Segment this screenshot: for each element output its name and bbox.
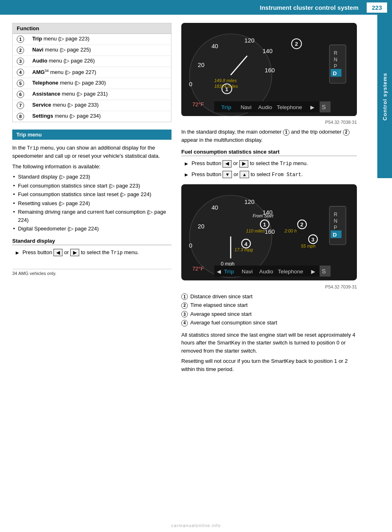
svg-text:Telephone: Telephone: [277, 104, 302, 110]
stats-reset-para: All statistics stored since the last eng…: [181, 331, 357, 355]
svg-rect-15: [330, 45, 346, 83]
numbered-list: 1 Distance driven since start 2 Time ela…: [181, 293, 357, 327]
svg-text:120: 120: [245, 199, 255, 206]
left-column: Function 1 Trip menu (▷ page 223) 2 Navi…: [12, 23, 172, 376]
svg-text:◀: ◀: [217, 268, 221, 275]
left-button-2[interactable]: ◀: [223, 160, 232, 168]
svg-text:55 mph: 55 mph: [301, 244, 316, 248]
svg-text:3: 3: [311, 237, 314, 243]
list-item: Remaining driving range and current fuel…: [12, 208, 172, 224]
following-text: The following information is available:: [12, 163, 172, 171]
watermark: carmanualonline.info: [171, 523, 221, 528]
svg-text:160: 160: [265, 67, 275, 74]
svg-rect-53: [330, 206, 346, 245]
svg-text:Audio: Audio: [258, 104, 272, 110]
table-row: 7 Service menu (▷ page 233): [13, 100, 172, 111]
fuel-since-start-heading: Fuel consumption statistics since start: [181, 149, 357, 156]
svg-text:Navi: Navi: [241, 104, 252, 110]
svg-text:40: 40: [212, 43, 218, 49]
list-item: Digital Speedometer (▷ page 224): [12, 225, 172, 233]
svg-text:149.8 miles: 149.8 miles: [214, 78, 237, 83]
right-button[interactable]: ▶: [70, 249, 79, 256]
num-list-item: 3 Average speed since start: [181, 310, 357, 318]
num-list-item: 2 Time elapsed since start: [181, 301, 357, 309]
svg-text:120: 120: [245, 37, 255, 44]
svg-text:Navi: Navi: [242, 268, 253, 275]
page-number: 223: [367, 2, 387, 13]
svg-text:160: 160: [265, 228, 275, 235]
num-list-item: 4 Average fuel consumption since start: [181, 319, 357, 327]
svg-text:Telephone: Telephone: [278, 268, 303, 275]
right-button-2[interactable]: ▶: [239, 160, 248, 168]
main-content: Function 1 Trip menu (▷ page 223) 2 Navi…: [0, 15, 377, 384]
table-row: 2 Navi menu (▷ page 225): [13, 45, 172, 56]
cluster-image-2: 20 0 40 120 140 160 0 mph From Start 1 1…: [181, 184, 357, 280]
no-reset-para: Resetting will not occur if you turn the…: [181, 357, 357, 373]
down-button[interactable]: ▼: [223, 171, 232, 178]
footnote-text: 34 AMG vehicles only.: [12, 271, 56, 276]
svg-text:2: 2: [295, 41, 298, 47]
svg-text:18324 miles: 18324 miles: [214, 84, 238, 89]
svg-text:72°F: 72°F: [192, 101, 204, 107]
svg-text:4: 4: [245, 241, 248, 247]
right-column: 20 0 40 120 140 160 1 149.8 miles 18324 …: [181, 23, 357, 376]
svg-text:Audio: Audio: [259, 268, 273, 275]
svg-text:S: S: [322, 268, 326, 275]
function-table: Function 1 Trip menu (▷ page 223) 2 Navi…: [12, 23, 172, 122]
fuel-instruction-2: ► Press button ▼ or ▲ to select From Sta…: [181, 170, 357, 179]
list-item: Resetting values (▷ page 224): [12, 199, 172, 208]
bullet-list: Standard display (▷ page 223) Fuel consu…: [12, 173, 172, 233]
table-row: 6 Assistance menu (▷ page 231): [13, 89, 172, 100]
svg-text:R: R: [334, 212, 338, 217]
image-caption-2: P54.32·7039·31: [181, 284, 357, 289]
svg-text:▶: ▶: [311, 268, 315, 275]
standard-display-heading: Standard display: [12, 238, 172, 245]
svg-text:2: 2: [301, 222, 303, 228]
side-tab-label: Control systems: [382, 73, 388, 121]
table-row: 1 Trip menu (▷ page 223): [13, 34, 172, 45]
table-row: 8 Settings menu (▷ page 234): [13, 111, 172, 122]
svg-text:1: 1: [263, 222, 266, 228]
svg-text:R: R: [334, 50, 338, 56]
header-bar: Instrument cluster control system 223: [0, 0, 392, 15]
svg-text:140: 140: [263, 48, 273, 54]
svg-text:0: 0: [189, 81, 192, 87]
svg-text:N: N: [334, 219, 338, 224]
up-button[interactable]: ▲: [240, 171, 249, 178]
svg-text:20: 20: [198, 62, 204, 68]
list-item: Fuel consumption statistics since last r…: [12, 190, 172, 199]
list-item: Fuel consumption statistics since start …: [12, 182, 172, 190]
svg-text:40: 40: [212, 204, 218, 211]
cluster-image-1: 20 0 40 120 140 160 1 149.8 miles 18324 …: [181, 23, 357, 116]
row-num-1: 1: [13, 34, 29, 45]
svg-text:P: P: [334, 225, 337, 231]
side-tab: Control systems: [377, 15, 392, 178]
svg-text:Trip: Trip: [224, 268, 234, 275]
table-row: 5 Telephone menu (▷ page 230): [13, 78, 172, 89]
function-table-header: Function: [13, 23, 172, 34]
header-title: Instrument cluster control system: [5, 4, 367, 11]
svg-text:D: D: [333, 70, 337, 76]
svg-text:▶: ▶: [310, 104, 314, 110]
svg-text:17.3 mpg: 17.3 mpg: [234, 247, 253, 252]
footnote: 34 AMG vehicles only.: [12, 269, 172, 276]
num-list-item: 1 Distance driven since start: [181, 293, 357, 301]
svg-text:72°F: 72°F: [192, 266, 204, 272]
svg-text:2:00 h: 2:00 h: [284, 229, 297, 234]
left-button[interactable]: ◀: [53, 249, 62, 256]
svg-text:N: N: [334, 57, 338, 63]
image-caption-1: P54.32·7038·31: [181, 120, 357, 125]
svg-text:0: 0: [189, 242, 192, 249]
svg-text:P: P: [334, 63, 337, 69]
svg-text:20: 20: [198, 223, 204, 230]
svg-text:D: D: [333, 232, 337, 238]
svg-text:Trip: Trip: [221, 104, 232, 110]
table-row: 4 AMG34 menu (▷ page 227): [13, 67, 172, 78]
svg-text:110 miles: 110 miles: [246, 229, 265, 234]
table-row: 3 Audio menu (▷ page 226): [13, 56, 172, 67]
svg-text:S: S: [322, 104, 326, 110]
svg-text:From Start: From Start: [253, 213, 274, 218]
list-item: Standard display (▷ page 223): [12, 173, 172, 181]
standard-display-instruction: ► Press button ◀ or ▶ to select the Trip…: [12, 248, 172, 257]
standard-display-desc: In the standard display, the main odomet…: [181, 128, 357, 144]
